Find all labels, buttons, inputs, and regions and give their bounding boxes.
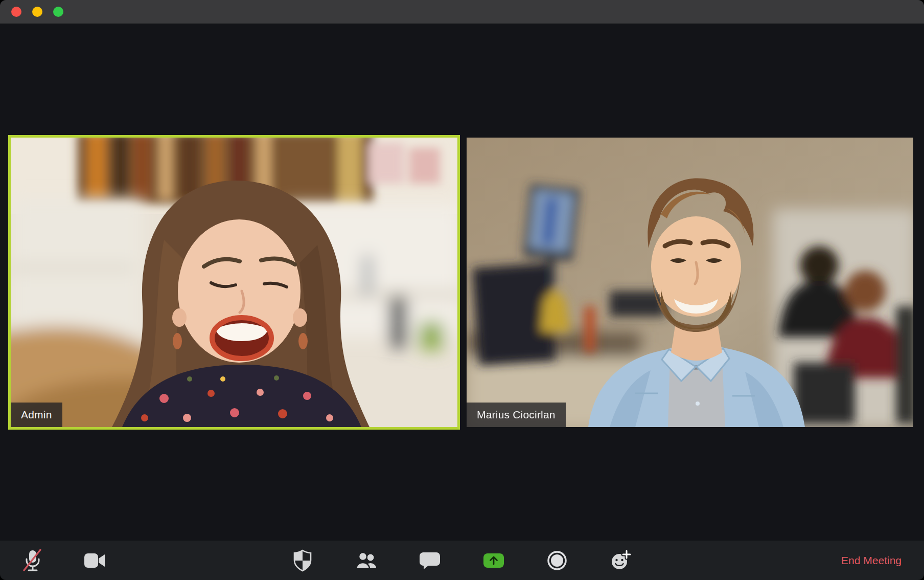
video-grid: Admin — [0, 24, 924, 541]
video-tile-admin[interactable]: Admin — [11, 138, 457, 427]
participants-icon — [355, 551, 379, 570]
participant-name-label: Marius Ciocirlan — [467, 403, 566, 427]
mute-button[interactable] — [21, 548, 44, 573]
share-pill — [483, 553, 504, 568]
chat-bubble-icon — [419, 550, 441, 571]
record-button[interactable] — [547, 550, 567, 571]
shield-icon — [292, 549, 313, 572]
reactions-button[interactable] — [609, 549, 633, 572]
video-camera-icon — [83, 552, 106, 569]
admin-video-frame — [11, 138, 457, 427]
minimize-window-button[interactable] — [32, 7, 42, 17]
video-tile-marius[interactable]: Marius Ciocirlan — [467, 138, 913, 427]
share-screen-button[interactable] — [483, 553, 504, 568]
video-button[interactable] — [83, 552, 106, 569]
smiley-plus-icon — [609, 549, 633, 572]
security-button[interactable] — [292, 549, 313, 572]
meeting-toolbar: End Meeting — [0, 541, 924, 580]
end-meeting-button[interactable]: End Meeting — [841, 554, 902, 567]
participant-name-label: Admin — [11, 403, 62, 427]
participants-button[interactable] — [355, 551, 379, 570]
close-window-button[interactable] — [11, 7, 21, 17]
chat-button[interactable] — [419, 550, 441, 571]
titlebar — [0, 0, 924, 24]
marius-video-frame — [467, 138, 913, 427]
zoom-window-button[interactable] — [53, 7, 63, 17]
microphone-muted-icon — [21, 548, 44, 573]
record-circle-icon — [547, 550, 567, 571]
share-up-arrow-icon — [488, 555, 499, 566]
app-window: Admin — [0, 0, 924, 580]
